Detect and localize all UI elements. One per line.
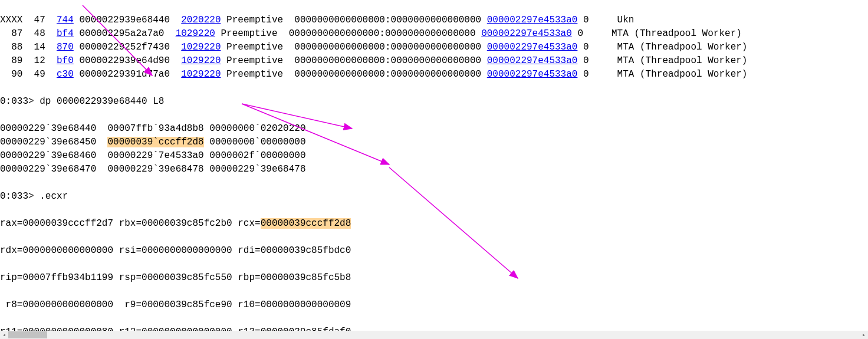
thread-domain-link[interactable]: 000002297e4533a0 xyxy=(481,28,572,39)
thread-domain-link[interactable]: 000002297e4533a0 xyxy=(487,42,578,52)
thread-id-link[interactable]: bf0 xyxy=(57,55,74,66)
cmd-text: .ecxr xyxy=(40,191,68,202)
scroll-left-icon[interactable]: ◂ xyxy=(0,331,8,339)
reg-line: rdx=0000000000000000 rsi=000000000000000… xyxy=(0,244,868,258)
thread-flag-link[interactable]: 1029220 xyxy=(181,55,221,66)
thread-domain-link[interactable]: 000002297e4533a0 xyxy=(487,15,578,25)
thread-row: 88 14 870 00000229252f7430 1029220 Preem… xyxy=(0,41,868,54)
thread-row: 90 49 c30 00000229391d77a0 1029220 Preem… xyxy=(0,68,868,81)
scrollbar-thumb[interactable] xyxy=(8,331,47,338)
thread-id-link[interactable]: 870 xyxy=(57,42,74,52)
thread-row: 87 48 bf4 000002295a2a7a0 1029220 Preemp… xyxy=(0,27,868,41)
cmd-line-dp: 0:033> dp 0000022939e68440 L8 xyxy=(0,95,868,108)
thread-flag-link[interactable]: 1029220 xyxy=(181,69,221,80)
cmd-line-ecxr: 0:033> .ecxr xyxy=(0,190,868,203)
thread-row: XXXX 47 744 0000022939e68440 2020220 Pre… xyxy=(0,14,868,27)
reg-line: rip=00007ffb934b1199 rsp=00000039c85fc55… xyxy=(0,271,868,285)
thread-flag-link[interactable]: 2020220 xyxy=(181,15,221,25)
memory-row: 00000229`39e68450 00000039`cccff2d8 0000… xyxy=(0,136,868,149)
cmd-text: dp 0000022939e68440 L8 xyxy=(40,96,164,107)
prompt: 0:033> xyxy=(0,191,34,202)
thread-id-link[interactable]: bf4 xyxy=(57,28,74,39)
reg-line: r8=0000000000000000 r9=00000039c85fce90 … xyxy=(0,298,868,312)
thread-flag-link[interactable]: 1029220 xyxy=(176,28,215,39)
horizontal-scrollbar[interactable]: ◂ ▸ xyxy=(0,331,868,339)
memory-row: 00000229`39e68470 00000229`39e68478 0000… xyxy=(0,163,868,176)
scroll-right-icon[interactable]: ▸ xyxy=(860,331,868,339)
thread-row: 89 12 bf0 0000022939e64d90 1029220 Preem… xyxy=(0,54,868,68)
highlighted-rcx: 00000039cccff2d8 xyxy=(261,218,351,229)
thread-flag-link[interactable]: 1029220 xyxy=(181,42,221,52)
thread-id-link[interactable]: 744 xyxy=(57,15,74,25)
thread-id-link[interactable]: c30 xyxy=(57,69,74,80)
thread-domain-link[interactable]: 000002297e4533a0 xyxy=(487,55,578,66)
reg-line: rax=00000039cccff2d7 rbx=00000039c85fc2b… xyxy=(0,217,868,231)
memory-row: 00000229`39e68440 00007ffb`93a4d8b8 0000… xyxy=(0,122,868,136)
prompt: 0:033> xyxy=(0,96,34,107)
scrollbar-track[interactable] xyxy=(8,331,860,339)
thread-domain-link[interactable]: 000002297e4533a0 xyxy=(487,69,578,80)
highlighted-value: 00000039`cccff2d8 xyxy=(107,137,203,147)
debugger-output: XXXX 47 744 0000022939e68440 2020220 Pre… xyxy=(0,0,868,339)
memory-row: 00000229`39e68460 00000229`7e4533a0 0000… xyxy=(0,149,868,163)
